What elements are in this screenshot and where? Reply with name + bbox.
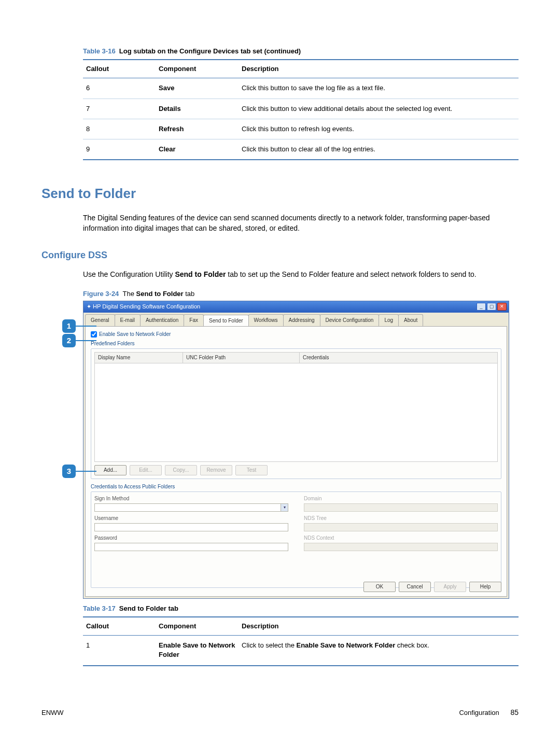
page-number: 85: [510, 708, 519, 716]
signin-label: Sign In Method: [94, 495, 288, 502]
col-unc-path[interactable]: UNC Folder Path: [183, 353, 300, 363]
table-row: 8 Refresh Click this button to refresh l…: [83, 119, 519, 139]
th-component: Component: [156, 60, 239, 78]
list-header: Display Name UNC Folder Path Credentials: [94, 352, 498, 363]
heading-send-to-folder: Send to Folder: [41, 184, 519, 203]
footer-left: ENWW: [41, 708, 64, 718]
close-icon[interactable]: ✕: [497, 303, 507, 311]
tab-general[interactable]: General: [85, 314, 115, 326]
page-footer: ENWW Configuration 85: [41, 708, 519, 718]
paragraph: Use the Configuration Utility Send to Fo…: [83, 269, 508, 279]
tab-email[interactable]: E-mail: [115, 314, 141, 326]
th-component: Component: [156, 617, 239, 636]
table-317-caption: Table 3-17 Send to Folder tab: [83, 604, 519, 613]
heading-configure-dss: Configure DSS: [41, 249, 519, 262]
enable-save-checkbox[interactable]: [91, 331, 97, 338]
table-316-caption: Table 3-16 Log subtab on the Configure D…: [83, 47, 519, 56]
callout-2: 2: [62, 334, 76, 347]
col-credentials[interactable]: Credentials: [300, 353, 497, 363]
window-title: ✦ HP Digital Sending Software Configurat…: [87, 303, 200, 311]
table-row: 6 Save Click this button to save the log…: [83, 78, 519, 99]
remove-button: Remove: [200, 465, 232, 475]
test-button: Test: [235, 465, 268, 475]
tab-device-configuration[interactable]: Device Configuration: [320, 314, 380, 326]
tab-fax[interactable]: Fax: [184, 314, 204, 326]
callout-1: 1: [62, 319, 76, 333]
domain-label: Domain: [304, 495, 498, 502]
username-label: Username: [94, 515, 288, 522]
enable-save-label: Enable Save to Network Folder: [99, 331, 171, 338]
th-description: Description: [239, 617, 519, 636]
th-callout: Callout: [83, 617, 156, 636]
table-row: 9 Clear Click this button to clear all o…: [83, 139, 519, 160]
help-button[interactable]: Help: [469, 582, 501, 592]
ndstree-input: [304, 523, 498, 531]
col-display-name[interactable]: Display Name: [95, 353, 183, 363]
titlebar: ✦ HP Digital Sending Software Configurat…: [83, 301, 509, 313]
footer-section: Configuration: [459, 709, 499, 716]
table-row: 7 Details Click this button to view addi…: [83, 99, 519, 119]
chevron-down-icon[interactable]: ▾: [281, 504, 288, 511]
tab-workflows[interactable]: Workflows: [248, 314, 284, 326]
table-316: Callout Component Description 6 Save Cli…: [83, 59, 519, 160]
folder-list[interactable]: [94, 363, 498, 462]
callout-3: 3: [62, 465, 76, 478]
ndstree-label: NDS Tree: [304, 515, 498, 522]
tab-send-to-folder[interactable]: Send to Folder: [203, 315, 249, 327]
th-callout: Callout: [83, 60, 156, 78]
ok-button[interactable]: OK: [363, 582, 396, 592]
th-description: Description: [239, 60, 519, 78]
username-input[interactable]: [94, 523, 288, 531]
group-predefined-folders: Predefined Folders: [91, 340, 501, 347]
tabs-row: General E-mail Authentication Fax Send t…: [83, 313, 509, 326]
maximize-icon[interactable]: ▢: [487, 303, 496, 311]
tab-addressing[interactable]: Addressing: [283, 314, 320, 326]
table-row: 1 Enable Save to Network Folder Click to…: [83, 636, 519, 666]
password-input[interactable]: [94, 543, 288, 551]
signin-select[interactable]: [94, 503, 288, 512]
password-label: Password: [94, 535, 288, 542]
copy-button: Copy...: [165, 465, 197, 475]
domain-input: [304, 503, 498, 512]
tab-log[interactable]: Log: [379, 314, 399, 326]
edit-button: Edit...: [130, 465, 162, 475]
ndscontext-input: [304, 543, 498, 551]
apply-button: Apply: [434, 582, 466, 592]
tab-authentication[interactable]: Authentication: [140, 314, 184, 326]
tab-about[interactable]: About: [398, 314, 423, 326]
ndscontext-label: NDS Context: [304, 535, 498, 542]
app-window: ✦ HP Digital Sending Software Configurat…: [83, 301, 509, 599]
table-317: Callout Component Description 1 Enable S…: [83, 616, 519, 666]
minimize-icon[interactable]: _: [477, 303, 486, 311]
cancel-button[interactable]: Cancel: [399, 582, 431, 592]
figure-caption: Figure 3-24 The Send to Folder tab: [83, 289, 519, 299]
add-button[interactable]: Add...: [94, 465, 127, 475]
group-credentials: Credentials to Access Public Folders: [91, 483, 501, 490]
paragraph: The Digital Sending features of the devi…: [83, 213, 508, 234]
